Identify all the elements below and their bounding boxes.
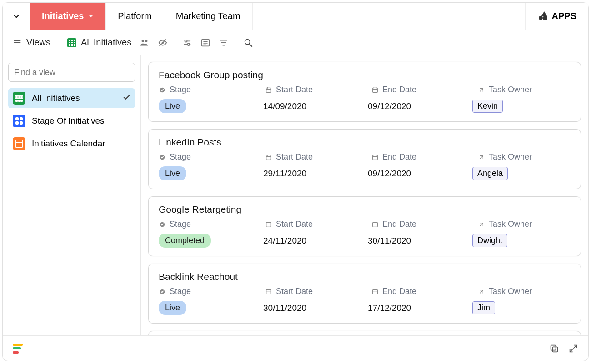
tab-label: Initiatives bbox=[42, 11, 84, 21]
svg-rect-22 bbox=[552, 347, 557, 352]
stage-badge: Live bbox=[159, 99, 186, 113]
tab-platform[interactable]: Platform bbox=[106, 3, 164, 30]
sidebar-item-label: Stage Of Initiatives bbox=[32, 116, 104, 126]
separator bbox=[59, 37, 59, 49]
field-stage-label: Stage bbox=[159, 85, 263, 95]
chevron-down-icon bbox=[12, 12, 20, 20]
svg-line-6 bbox=[250, 44, 252, 46]
apps-icon bbox=[537, 11, 547, 21]
field-stage-label: Stage bbox=[159, 287, 263, 296]
start-date-value: 14/09/2020 bbox=[263, 101, 368, 111]
initiative-card[interactable]: Google Retargeting Stage Start Date End … bbox=[148, 196, 581, 256]
stage-badge: Live bbox=[159, 301, 186, 315]
sidebar-item-all-initiatives[interactable]: All Initiatives bbox=[8, 88, 135, 108]
current-view[interactable]: All Initiatives bbox=[67, 37, 131, 48]
field-owner-label: Task Owner bbox=[478, 219, 571, 229]
card-title: LinkedIn Posts bbox=[159, 137, 571, 148]
tab-marketing-team[interactable]: Marketing Team bbox=[164, 3, 253, 30]
filter-icon bbox=[219, 38, 229, 48]
sidebar-item-stage-of-initiatives[interactable]: Stage Of Initiatives bbox=[8, 111, 135, 131]
svg-rect-18 bbox=[373, 289, 378, 294]
initiative-card[interactable]: Backlink Reachout Stage Start Date End D… bbox=[148, 264, 581, 324]
check-icon bbox=[122, 93, 130, 104]
sidebar-item-label: All Initiatives bbox=[32, 93, 80, 103]
sliders-icon bbox=[182, 38, 192, 48]
board-icon bbox=[13, 115, 25, 127]
field-start-date-label: Start Date bbox=[265, 152, 370, 162]
field-end-date-label: End Date bbox=[371, 287, 476, 296]
initiative-card[interactable]: Youtube Influencer reachout Stage Start … bbox=[148, 331, 581, 335]
views-label: Views bbox=[26, 37, 50, 48]
caret-down-icon bbox=[88, 14, 94, 19]
end-date-value: 09/12/2020 bbox=[368, 101, 472, 111]
app-logo-icon bbox=[13, 344, 23, 354]
owner-chip: Jim bbox=[472, 301, 495, 314]
card-title: Backlink Reachout bbox=[159, 271, 571, 282]
svg-rect-17 bbox=[266, 289, 271, 294]
field-stage-label: Stage bbox=[159, 219, 263, 229]
stage-badge: Completed bbox=[159, 234, 211, 248]
start-date-value: 30/11/2020 bbox=[263, 303, 368, 313]
owner-chip: Angela bbox=[472, 167, 508, 180]
svg-rect-23 bbox=[551, 345, 556, 350]
eye-off-icon bbox=[158, 38, 168, 48]
initiative-card[interactable]: Facebook Group posting Stage Start Date … bbox=[148, 62, 581, 122]
calendar-icon bbox=[13, 137, 25, 150]
owner-chip: Kevin bbox=[472, 100, 503, 113]
end-date-value: 09/12/2020 bbox=[368, 169, 472, 179]
tab-bar: Initiatives Platform Marketing Team APPS bbox=[3, 3, 588, 30]
field-end-date-label: End Date bbox=[371, 219, 476, 229]
initiatives-list: Facebook Group posting Stage Start Date … bbox=[141, 55, 588, 335]
card-title: Google Retargeting bbox=[159, 204, 571, 215]
views-sidebar: All Initiatives Stage Of Initiatives Ini… bbox=[3, 55, 141, 335]
find-view-input[interactable] bbox=[8, 63, 135, 82]
hide-fields-button[interactable] bbox=[158, 38, 168, 48]
start-date-value: 24/11/2020 bbox=[263, 236, 368, 246]
initiative-card[interactable]: LinkedIn Posts Stage Start Date End Date… bbox=[148, 129, 581, 189]
copy-icon bbox=[549, 344, 559, 354]
tab-label: Marketing Team bbox=[176, 11, 240, 21]
stage-badge: Live bbox=[159, 166, 186, 180]
search-icon bbox=[243, 38, 253, 48]
field-start-date-label: Start Date bbox=[265, 287, 370, 296]
expand-button[interactable] bbox=[568, 344, 578, 354]
apps-button[interactable]: APPS bbox=[525, 3, 588, 30]
tab-label: Platform bbox=[118, 11, 151, 21]
svg-rect-9 bbox=[373, 88, 378, 92]
apps-label: APPS bbox=[552, 11, 576, 21]
svg-rect-8 bbox=[266, 88, 271, 92]
field-start-date-label: Start Date bbox=[265, 219, 370, 229]
svg-rect-14 bbox=[266, 222, 271, 227]
filter-button[interactable] bbox=[219, 38, 229, 48]
field-start-date-label: Start Date bbox=[265, 85, 370, 95]
field-owner-label: Task Owner bbox=[478, 85, 571, 95]
list-icon bbox=[200, 38, 210, 48]
sidebar-item-initiatives-calendar[interactable]: Initiatives Calendar bbox=[8, 134, 135, 154]
svg-rect-12 bbox=[373, 155, 378, 160]
footer bbox=[3, 335, 588, 361]
svg-rect-15 bbox=[373, 222, 378, 227]
field-owner-label: Task Owner bbox=[478, 287, 571, 296]
copy-button[interactable] bbox=[549, 344, 559, 354]
search-button[interactable] bbox=[243, 38, 253, 48]
share-view-button[interactable] bbox=[140, 38, 150, 48]
sidebar-item-label: Initiatives Calendar bbox=[32, 139, 105, 149]
end-date-value: 17/12/2020 bbox=[368, 303, 472, 313]
start-date-value: 29/11/2020 bbox=[263, 169, 368, 179]
current-view-label: All Initiatives bbox=[81, 37, 131, 48]
expand-icon bbox=[568, 344, 578, 354]
menu-icon bbox=[13, 38, 22, 47]
toolbar: Views All Initiatives bbox=[3, 30, 588, 55]
list-button[interactable] bbox=[200, 38, 210, 48]
svg-point-3 bbox=[188, 43, 190, 45]
field-end-date-label: End Date bbox=[371, 85, 476, 95]
svg-rect-11 bbox=[266, 155, 271, 160]
svg-point-2 bbox=[185, 40, 187, 42]
tabs-dropdown[interactable] bbox=[3, 3, 30, 30]
tab-initiatives[interactable]: Initiatives bbox=[30, 3, 106, 30]
customize-button[interactable] bbox=[182, 38, 192, 48]
grid-icon bbox=[13, 92, 25, 105]
field-owner-label: Task Owner bbox=[478, 152, 571, 162]
field-end-date-label: End Date bbox=[371, 152, 476, 162]
views-menu[interactable]: Views bbox=[13, 37, 50, 48]
